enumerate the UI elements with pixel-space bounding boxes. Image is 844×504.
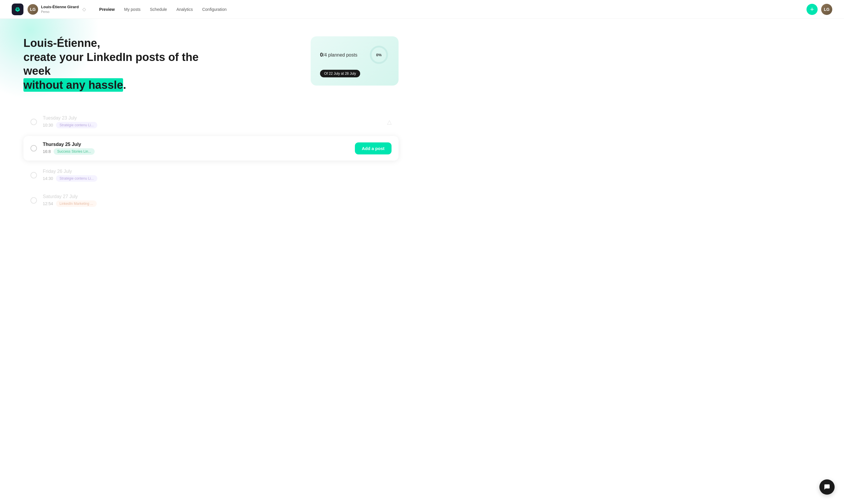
- schedule-meta-fri: 14:30 Stratégie contenu Li...: [43, 175, 392, 182]
- schedule-time-thu: 16:8: [43, 149, 51, 154]
- user-workspace: Perso: [41, 10, 79, 14]
- warning-icon: △: [387, 119, 392, 125]
- schedule-time-tue: 10:30: [43, 123, 53, 127]
- nav-preview[interactable]: Preview: [95, 5, 119, 14]
- stats-top: 0/4 planned posts 0%: [320, 44, 389, 65]
- hero-greeting: Louis-Étienne,: [23, 37, 100, 49]
- schedule-meta-tue: 10:30 Stratégie contenu Li...: [43, 122, 387, 128]
- schedule-meta-thu: 16:8 Success Stories Lin...: [43, 148, 355, 155]
- main-content: Louis-Étienne, create your LinkedIn post…: [0, 19, 422, 231]
- schedule-radio-thu[interactable]: [31, 145, 37, 151]
- user-section: LG Louis-Étienne Girard Perso ◇: [28, 4, 86, 15]
- schedule-tag-fri[interactable]: Stratégie contenu Li...: [56, 175, 97, 182]
- schedule-date-fri: Friday 26 July: [43, 169, 392, 174]
- stats-label: planned posts: [328, 52, 358, 57]
- stats-circle: 0%: [369, 44, 389, 65]
- nav-my-posts[interactable]: My posts: [120, 5, 145, 14]
- nav-schedule[interactable]: Schedule: [146, 5, 171, 14]
- hero-text: Louis-Étienne, create your LinkedIn post…: [23, 36, 214, 92]
- hero-period: .: [123, 79, 126, 91]
- user-name: Louis-Étienne Girard: [41, 5, 79, 10]
- schedule-radio-fri[interactable]: [31, 172, 37, 178]
- stats-current: 0: [320, 52, 323, 58]
- main-nav: Preview My posts Schedule Analytics Conf…: [95, 5, 807, 14]
- schedule-date-sat: Saturday 27 July: [43, 194, 392, 199]
- schedule-date-tue: Tuesday 23 July: [43, 115, 387, 121]
- profile-avatar[interactable]: LG: [821, 4, 832, 15]
- stats-planned: 0/4 planned posts: [320, 52, 357, 58]
- schedule-actions-tue: △: [387, 119, 392, 125]
- schedule-tag-thu[interactable]: Success Stories Lin...: [54, 148, 94, 155]
- schedule-actions-thu: Add a post: [355, 142, 392, 155]
- schedule-meta-sat: 12:54 LinkedIn Marketing ...: [43, 200, 392, 207]
- stats-date-badge: Of 22 July at 28 July: [320, 70, 360, 77]
- hero-line2: create your LinkedIn posts of the week: [23, 51, 199, 77]
- schedule-tag-tue[interactable]: Stratégie contenu Li...: [56, 122, 97, 128]
- app-logo[interactable]: [12, 3, 23, 15]
- nav-analytics[interactable]: Analytics: [172, 5, 197, 14]
- navbar-actions: + LG: [807, 4, 832, 15]
- schedule-list: Tuesday 23 July 10:30 Stratégie contenu …: [23, 110, 398, 213]
- stats-total: 4: [324, 52, 327, 57]
- user-avatar: LG: [28, 4, 38, 15]
- schedule-info-sat: Saturday 27 July 12:54 LinkedIn Marketin…: [43, 194, 392, 207]
- nav-configuration[interactable]: Configuration: [198, 5, 231, 14]
- chat-button[interactable]: [820, 480, 834, 494]
- schedule-info-fri: Friday 26 July 14:30 Stratégie contenu L…: [43, 169, 392, 182]
- add-button[interactable]: +: [807, 4, 818, 15]
- schedule-radio-sat[interactable]: [31, 197, 37, 204]
- schedule-info-thu: Thursday 25 July 16:8 Success Stories Li…: [43, 142, 355, 155]
- hero-title: Louis-Étienne, create your LinkedIn post…: [23, 36, 214, 92]
- hero-highlighted: without any hassle: [23, 78, 123, 92]
- schedule-item-tue: Tuesday 23 July 10:30 Stratégie contenu …: [23, 110, 398, 134]
- schedule-time-fri: 14:30: [43, 176, 53, 181]
- schedule-item-sat: Saturday 27 July 12:54 LinkedIn Marketin…: [23, 188, 398, 213]
- schedule-date-thu: Thursday 25 July: [43, 142, 355, 147]
- hero-section: Louis-Étienne, create your LinkedIn post…: [23, 36, 398, 92]
- schedule-tag-sat[interactable]: LinkedIn Marketing ...: [56, 200, 97, 207]
- add-post-button[interactable]: Add a post: [355, 142, 392, 155]
- schedule-radio-tue[interactable]: [31, 119, 37, 125]
- navbar: LG Louis-Étienne Girard Perso ◇ Preview …: [0, 0, 844, 19]
- schedule-item-thu: Thursday 25 July 16:8 Success Stories Li…: [23, 136, 398, 161]
- stats-percent: 0%: [369, 44, 389, 65]
- schedule-info-tue: Tuesday 23 July 10:30 Stratégie contenu …: [43, 115, 387, 128]
- schedule-item-fri: Friday 26 July 14:30 Stratégie contenu L…: [23, 163, 398, 187]
- user-info: Louis-Étienne Girard Perso: [41, 5, 79, 14]
- dropdown-icon[interactable]: ◇: [82, 6, 86, 12]
- stats-card: 0/4 planned posts 0% Of 22 July at 28 Ju…: [311, 36, 398, 86]
- schedule-time-sat: 12:54: [43, 201, 53, 206]
